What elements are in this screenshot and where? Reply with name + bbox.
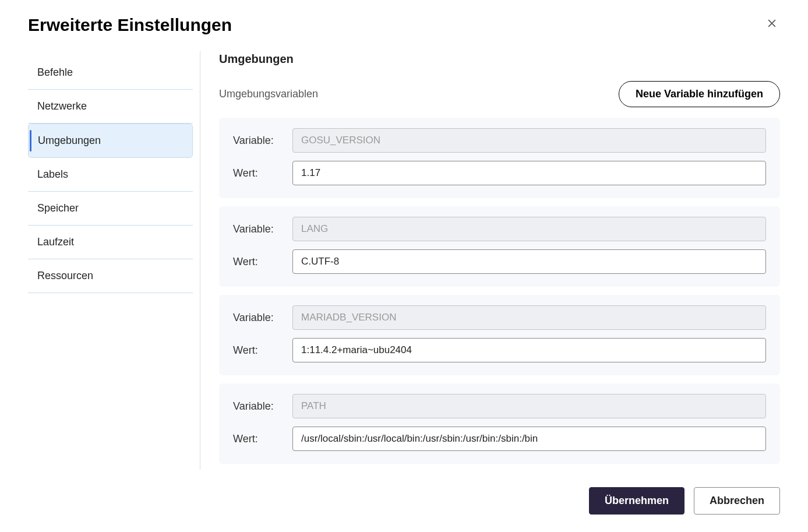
settings-sidebar: Befehle Netzwerke Umgebungen Labels Spei…: [28, 51, 200, 470]
env-value-label: Wert:: [233, 167, 292, 179]
env-value-label: Wert:: [233, 433, 292, 445]
env-variable-row: Variable:: [233, 217, 766, 241]
sidebar-item-label: Laufzeit: [37, 236, 74, 248]
env-value-input[interactable]: [292, 427, 766, 451]
sidebar-item-label: Netzwerke: [37, 100, 87, 112]
env-value-row: Wert:: [233, 249, 766, 274]
env-variable-label: Variable:: [233, 312, 292, 324]
env-value-label: Wert:: [233, 256, 292, 268]
env-variable-label: Variable:: [233, 223, 292, 235]
sidebar-item-label: Ressourcen: [37, 270, 93, 281]
dialog-footer: Übernehmen Abbrechen: [28, 470, 780, 532]
env-variable-row: Variable:: [233, 128, 766, 153]
dialog-title: Erweiterte Einstellungen: [28, 15, 232, 35]
env-variable-input[interactable]: [292, 217, 766, 241]
close-button[interactable]: [764, 15, 780, 31]
sidebar-item-label: Umgebungen: [38, 135, 101, 146]
env-block: Variable: Wert:: [219, 206, 780, 287]
dialog-header: Erweiterte Einstellungen: [28, 15, 780, 35]
env-variable-label: Variable:: [233, 400, 292, 413]
env-block: Variable: Wert:: [219, 118, 780, 198]
apply-button[interactable]: Übernehmen: [589, 487, 684, 515]
main-panel: Umgebungen Umgebungsvariablen Neue Varia…: [200, 51, 780, 470]
sidebar-item-label: Labels: [37, 168, 68, 180]
sidebar-item-commands[interactable]: Befehle: [28, 56, 193, 90]
cancel-button[interactable]: Abbrechen: [694, 487, 780, 515]
sidebar-item-storage[interactable]: Speicher: [28, 192, 193, 226]
env-value-input[interactable]: [292, 249, 766, 274]
sidebar-item-networks[interactable]: Netzwerke: [28, 90, 193, 124]
env-variable-row: Variable:: [233, 305, 766, 330]
env-block: Variable: Wert:: [219, 383, 780, 464]
sidebar-item-resources[interactable]: Ressourcen: [28, 259, 193, 293]
sidebar-item-labels[interactable]: Labels: [28, 158, 193, 192]
env-value-input[interactable]: [292, 338, 766, 362]
panel-title: Umgebungen: [219, 52, 780, 66]
env-variable-input[interactable]: [292, 394, 766, 418]
sidebar-item-label: Befehle: [37, 66, 73, 78]
dialog-body: Befehle Netzwerke Umgebungen Labels Spei…: [28, 51, 780, 470]
env-section-subtitle: Umgebungsvariablen: [219, 88, 318, 100]
env-variable-row: Variable:: [233, 394, 766, 418]
sidebar-item-label: Speicher: [37, 202, 79, 214]
close-icon: [766, 17, 778, 29]
env-value-input[interactable]: [292, 161, 766, 185]
env-section-header: Umgebungsvariablen Neue Variable hinzufü…: [219, 81, 780, 107]
env-value-row: Wert:: [233, 161, 766, 185]
advanced-settings-dialog: Erweiterte Einstellungen Befehle Netzwer…: [0, 0, 808, 532]
env-variable-input[interactable]: [292, 128, 766, 153]
env-value-row: Wert:: [233, 427, 766, 451]
env-block: Variable: Wert:: [219, 295, 780, 375]
add-variable-button[interactable]: Neue Variable hinzufügen: [619, 81, 780, 107]
env-value-row: Wert:: [233, 338, 766, 362]
sidebar-item-runtime[interactable]: Laufzeit: [28, 226, 193, 259]
env-variable-input[interactable]: [292, 305, 766, 330]
sidebar-item-environments[interactable]: Umgebungen: [28, 124, 193, 158]
env-variable-label: Variable:: [233, 135, 292, 147]
env-value-label: Wert:: [233, 344, 292, 357]
